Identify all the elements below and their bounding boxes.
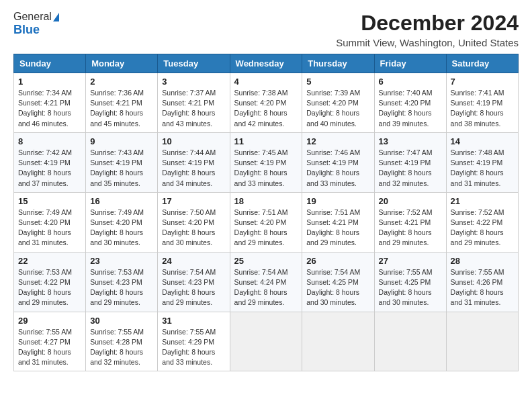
cell-text: Sunrise: 7:49 AMSunset: 4:20 PMDaylight:… <box>18 208 72 247</box>
cell-text: Sunrise: 7:54 AMSunset: 4:24 PMDaylight:… <box>234 268 288 307</box>
calendar-cell: 31 Sunrise: 7:55 AMSunset: 4:29 PMDaylig… <box>158 312 230 371</box>
cell-text: Sunrise: 7:42 AMSunset: 4:19 PMDaylight:… <box>18 148 72 187</box>
day-number: 31 <box>162 316 225 326</box>
calendar-week-row: 1 Sunrise: 7:34 AMSunset: 4:21 PMDayligh… <box>14 73 519 133</box>
day-number: 10 <box>162 136 225 146</box>
calendar-cell <box>230 312 302 371</box>
day-number: 8 <box>18 136 81 146</box>
cell-text: Sunrise: 7:49 AMSunset: 4:20 PMDaylight:… <box>90 208 144 247</box>
cell-text: Sunrise: 7:55 AMSunset: 4:27 PMDaylight:… <box>18 328 72 367</box>
calendar-table: SundayMondayTuesdayWednesdayThursdayFrid… <box>13 54 519 371</box>
calendar-cell: 11 Sunrise: 7:45 AMSunset: 4:19 PMDaylig… <box>230 132 302 192</box>
cell-text: Sunrise: 7:52 AMSunset: 4:22 PMDaylight:… <box>451 208 504 247</box>
day-number: 18 <box>234 196 298 206</box>
cell-text: Sunrise: 7:53 AMSunset: 4:22 PMDaylight:… <box>18 268 72 307</box>
calendar-col-header: Wednesday <box>230 54 302 73</box>
calendar-cell: 25 Sunrise: 7:54 AMSunset: 4:24 PMDaylig… <box>230 252 302 312</box>
cell-text: Sunrise: 7:51 AMSunset: 4:21 PMDaylight:… <box>306 208 360 247</box>
calendar-cell: 2 Sunrise: 7:36 AMSunset: 4:21 PMDayligh… <box>86 73 158 133</box>
calendar-col-header: Monday <box>86 54 158 73</box>
calendar-cell: 23 Sunrise: 7:53 AMSunset: 4:23 PMDaylig… <box>86 252 158 312</box>
calendar-col-header: Thursday <box>302 54 374 73</box>
calendar-body: 1 Sunrise: 7:34 AMSunset: 4:21 PMDayligh… <box>14 73 519 371</box>
day-number: 3 <box>162 77 225 87</box>
cell-text: Sunrise: 7:54 AMSunset: 4:25 PMDaylight:… <box>306 268 360 307</box>
day-number: 14 <box>451 136 514 146</box>
day-number: 20 <box>379 196 442 206</box>
page-title: December 2024 <box>336 11 519 36</box>
cell-text: Sunrise: 7:34 AMSunset: 4:21 PMDaylight:… <box>18 89 72 128</box>
cell-text: Sunrise: 7:41 AMSunset: 4:19 PMDaylight:… <box>451 89 504 128</box>
calendar-cell: 30 Sunrise: 7:55 AMSunset: 4:28 PMDaylig… <box>86 312 158 371</box>
calendar-cell: 17 Sunrise: 7:50 AMSunset: 4:20 PMDaylig… <box>158 192 230 252</box>
calendar-cell <box>374 312 446 371</box>
cell-text: Sunrise: 7:45 AMSunset: 4:19 PMDaylight:… <box>234 148 288 187</box>
cell-text: Sunrise: 7:40 AMSunset: 4:20 PMDaylight:… <box>379 89 433 128</box>
calendar-cell: 9 Sunrise: 7:43 AMSunset: 4:19 PMDayligh… <box>86 132 158 192</box>
cell-text: Sunrise: 7:36 AMSunset: 4:21 PMDaylight:… <box>90 89 144 128</box>
day-number: 26 <box>306 256 369 266</box>
calendar-cell: 5 Sunrise: 7:39 AMSunset: 4:20 PMDayligh… <box>302 73 374 133</box>
logo-triangle-icon <box>53 13 59 21</box>
calendar-cell: 16 Sunrise: 7:49 AMSunset: 4:20 PMDaylig… <box>86 192 158 252</box>
calendar-cell: 28 Sunrise: 7:55 AMSunset: 4:26 PMDaylig… <box>446 252 518 312</box>
day-number: 4 <box>234 77 298 87</box>
cell-text: Sunrise: 7:48 AMSunset: 4:19 PMDaylight:… <box>451 148 504 187</box>
day-number: 16 <box>90 196 153 206</box>
day-number: 29 <box>18 316 81 326</box>
calendar-cell: 22 Sunrise: 7:53 AMSunset: 4:22 PMDaylig… <box>14 252 86 312</box>
day-number: 21 <box>451 196 514 206</box>
day-number: 22 <box>18 256 81 266</box>
cell-text: Sunrise: 7:37 AMSunset: 4:21 PMDaylight:… <box>162 89 216 128</box>
cell-text: Sunrise: 7:43 AMSunset: 4:19 PMDaylight:… <box>90 148 144 187</box>
page-subtitle: Summit View, Washington, United States <box>336 37 519 48</box>
day-number: 28 <box>451 256 514 266</box>
calendar-cell: 14 Sunrise: 7:48 AMSunset: 4:19 PMDaylig… <box>446 132 518 192</box>
cell-text: Sunrise: 7:55 AMSunset: 4:29 PMDaylight:… <box>162 328 216 367</box>
calendar-cell: 24 Sunrise: 7:54 AMSunset: 4:23 PMDaylig… <box>158 252 230 312</box>
calendar-cell: 4 Sunrise: 7:38 AMSunset: 4:20 PMDayligh… <box>230 73 302 133</box>
cell-text: Sunrise: 7:52 AMSunset: 4:21 PMDaylight:… <box>379 208 433 247</box>
calendar-cell: 18 Sunrise: 7:51 AMSunset: 4:20 PMDaylig… <box>230 192 302 252</box>
calendar-cell: 3 Sunrise: 7:37 AMSunset: 4:21 PMDayligh… <box>158 73 230 133</box>
logo: General Blue <box>13 11 59 37</box>
calendar-cell: 26 Sunrise: 7:54 AMSunset: 4:25 PMDaylig… <box>302 252 374 312</box>
calendar-cell: 20 Sunrise: 7:52 AMSunset: 4:21 PMDaylig… <box>374 192 446 252</box>
day-number: 27 <box>379 256 442 266</box>
calendar-cell: 21 Sunrise: 7:52 AMSunset: 4:22 PMDaylig… <box>446 192 518 252</box>
day-number: 30 <box>90 316 153 326</box>
calendar-cell: 6 Sunrise: 7:40 AMSunset: 4:20 PMDayligh… <box>374 73 446 133</box>
cell-text: Sunrise: 7:47 AMSunset: 4:19 PMDaylight:… <box>379 148 433 187</box>
calendar-week-row: 8 Sunrise: 7:42 AMSunset: 4:19 PMDayligh… <box>14 132 519 192</box>
calendar-cell: 29 Sunrise: 7:55 AMSunset: 4:27 PMDaylig… <box>14 312 86 371</box>
calendar-cell: 8 Sunrise: 7:42 AMSunset: 4:19 PMDayligh… <box>14 132 86 192</box>
day-number: 2 <box>90 77 153 87</box>
calendar-col-header: Tuesday <box>158 54 230 73</box>
cell-text: Sunrise: 7:44 AMSunset: 4:19 PMDaylight:… <box>162 148 216 187</box>
day-number: 9 <box>90 136 153 146</box>
cell-text: Sunrise: 7:55 AMSunset: 4:26 PMDaylight:… <box>451 268 504 307</box>
day-number: 5 <box>306 77 369 87</box>
day-number: 6 <box>379 77 442 87</box>
calendar-week-row: 22 Sunrise: 7:53 AMSunset: 4:22 PMDaylig… <box>14 252 519 312</box>
calendar-cell: 27 Sunrise: 7:55 AMSunset: 4:25 PMDaylig… <box>374 252 446 312</box>
calendar-cell: 12 Sunrise: 7:46 AMSunset: 4:19 PMDaylig… <box>302 132 374 192</box>
calendar-week-row: 29 Sunrise: 7:55 AMSunset: 4:27 PMDaylig… <box>14 312 519 371</box>
cell-text: Sunrise: 7:54 AMSunset: 4:23 PMDaylight:… <box>162 268 216 307</box>
cell-text: Sunrise: 7:38 AMSunset: 4:20 PMDaylight:… <box>234 89 288 128</box>
day-number: 1 <box>18 77 81 87</box>
calendar-col-header: Saturday <box>446 54 518 73</box>
logo-general-text: General <box>13 11 52 23</box>
calendar-cell: 1 Sunrise: 7:34 AMSunset: 4:21 PMDayligh… <box>14 73 86 133</box>
cell-text: Sunrise: 7:46 AMSunset: 4:19 PMDaylight:… <box>306 148 360 187</box>
calendar-cell: 19 Sunrise: 7:51 AMSunset: 4:21 PMDaylig… <box>302 192 374 252</box>
day-number: 17 <box>162 196 225 206</box>
day-number: 23 <box>90 256 153 266</box>
calendar-cell: 10 Sunrise: 7:44 AMSunset: 4:19 PMDaylig… <box>158 132 230 192</box>
day-number: 15 <box>18 196 81 206</box>
cell-text: Sunrise: 7:55 AMSunset: 4:28 PMDaylight:… <box>90 328 144 367</box>
day-number: 19 <box>306 196 369 206</box>
cell-text: Sunrise: 7:51 AMSunset: 4:20 PMDaylight:… <box>234 208 288 247</box>
calendar-cell: 15 Sunrise: 7:49 AMSunset: 4:20 PMDaylig… <box>14 192 86 252</box>
calendar-col-header: Friday <box>374 54 446 73</box>
